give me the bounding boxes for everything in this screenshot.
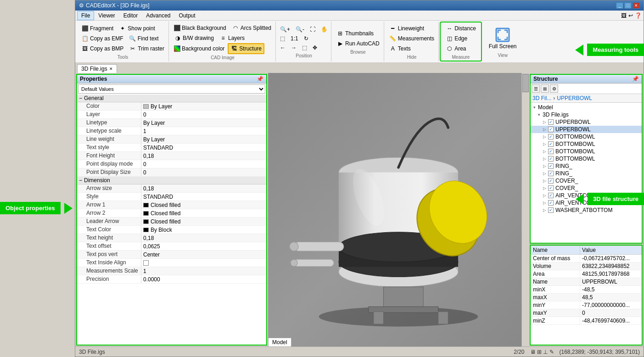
zoom-in-button[interactable]: 🔍+ [278, 25, 292, 34]
measure-group-label: Measure [443, 54, 478, 60]
prop-font-height: Font Height 0,18 [77, 152, 266, 160]
minimize-button[interactable]: _ [616, 2, 623, 9]
close-button[interactable]: ✕ [633, 2, 640, 9]
breadcrumb-separator: › [553, 95, 555, 101]
arcs-splitted-button[interactable]: ◠ Arcs Splitted [230, 23, 274, 33]
structure-pin-icon[interactable]: 📌 [632, 76, 639, 82]
label-5: BOTTOMBOWL [554, 156, 595, 162]
show-point-button[interactable]: ✦ Show point [117, 23, 157, 33]
checkbox-9[interactable]: ✓ [548, 185, 554, 191]
fullscreen-button[interactable]: Full Screen [485, 25, 521, 52]
menu-file[interactable]: File [77, 11, 94, 20]
tree-item-2[interactable]: ▷ ✓ BOTTOMBOWL [531, 133, 642, 140]
struct-grid-view-button[interactable]: ⊞ [541, 84, 549, 93]
rotate-button[interactable]: ↻ [302, 34, 311, 43]
tree-item-file[interactable]: ▾ 3D File.igs [531, 111, 642, 118]
run-autocad-button[interactable]: ▶ Run AutoCAD [334, 39, 382, 49]
menu-advanced[interactable]: Advanced [142, 11, 174, 20]
find-text-button[interactable]: 🔍 Find text [127, 33, 161, 44]
zoom-rect-button[interactable]: ⬚ [278, 34, 287, 43]
trim-raster-icon: ✂ [129, 45, 136, 52]
checkbox-5[interactable]: ✓ [548, 156, 554, 162]
properties-dropdown[interactable]: Default Values [78, 84, 265, 94]
label-12: WASHER_ATBOTTOM [554, 207, 612, 213]
prop-text-pos-vert: Text pos vert Center [77, 251, 266, 259]
checkbox-10[interactable]: ✓ [548, 193, 554, 198]
structure-tree: ▾ Model ▾ 3D File.igs ▷ ✓ UPP [531, 103, 642, 243]
struct-settings-button[interactable]: ⚙ [550, 84, 558, 93]
layers-button[interactable]: ≡ Layers [217, 33, 247, 43]
zoom-out-button[interactable]: 🔍- [293, 25, 307, 34]
tree-item-6[interactable]: ▷ ✓ RING_ [531, 162, 642, 170]
menu-editor[interactable]: Editor [119, 11, 142, 20]
checkbox-0[interactable]: ✓ [548, 119, 554, 125]
show-point-label: Show point [128, 25, 155, 32]
checkbox-11[interactable]: ✓ [548, 200, 554, 206]
tree-item-4[interactable]: ▷ ✓ BOTTOMBOWL [531, 148, 642, 155]
zoom-100-button[interactable]: 1:1 [288, 34, 301, 43]
tree-item-12[interactable]: ▷ ✓ WASHER_ATBOTTOM [531, 206, 642, 214]
background-color-button[interactable]: Background color [172, 44, 227, 53]
viewport-scrollbar-right[interactable] [521, 73, 529, 346]
tab-close-icon[interactable]: ✕ [109, 67, 113, 71]
checkbox-7[interactable]: ✓ [548, 171, 554, 176]
tree-item-5[interactable]: ▷ ✓ BOTTOMBOWL [531, 155, 642, 162]
tab-3d-file[interactable]: 3D File.igs ✕ [77, 64, 117, 73]
tree-item-9[interactable]: ▷ ✓ COVER_ [531, 184, 642, 192]
menu-icon2[interactable]: ↩ [628, 12, 633, 19]
checkbox-6[interactable]: ✓ [548, 163, 554, 169]
pan-right-button[interactable]: → [289, 43, 299, 52]
model-tab[interactable]: Model [268, 338, 291, 346]
menu-viewer[interactable]: Viewer [94, 11, 119, 20]
tree-item-8[interactable]: ▷ ✓ COVER_ [531, 177, 642, 184]
arrow2-swatch [143, 211, 149, 216]
viewport-scrollbar-thumb[interactable] [522, 74, 529, 92]
struct-list-view-button[interactable]: ☰ [532, 84, 540, 93]
move-button[interactable]: ✥ [310, 43, 319, 52]
lineweight-button[interactable]: ━ Lineweight [387, 23, 426, 33]
collapse-dimension-icon[interactable]: − [79, 177, 82, 184]
edge-button[interactable]: ◫ Edge [443, 33, 470, 44]
breadcrumb-3d-file[interactable]: 3D Fil... [532, 95, 551, 101]
checkbox-4[interactable]: ✓ [548, 149, 554, 154]
bw-drawing-button[interactable]: ◑ B/W drawing [172, 33, 216, 43]
properties-pin-icon[interactable]: 📌 [257, 76, 263, 82]
checkbox-2[interactable]: ✓ [548, 134, 554, 139]
checkbox-12[interactable]: ✓ [548, 207, 554, 213]
zoom-fit-button[interactable]: ⛶ [308, 25, 318, 34]
structure-button[interactable]: 🏗 Structure [228, 43, 264, 54]
area-name: Area [531, 270, 580, 278]
prop-text-style-value: STANDARD [141, 144, 266, 151]
copy-emf-label: Copy as EMF [90, 35, 123, 42]
menu-icon1[interactable]: 🖼 [621, 12, 627, 19]
menu-output[interactable]: Output [175, 11, 200, 20]
tree-item-1[interactable]: ▷ ✓ UPPERBOWL [531, 126, 642, 133]
checkbox-1[interactable]: ✓ [548, 127, 554, 132]
breadcrumb-upperbowl[interactable]: UPPERBOWL [557, 95, 592, 101]
tree-item-3[interactable]: ▷ ✓ BOTTOMBOWL [531, 140, 642, 148]
menu-help[interactable]: ❓ [635, 12, 642, 19]
tree-item-model[interactable]: ▾ Model [531, 104, 642, 111]
area-button[interactable]: ⬡ Area [443, 44, 468, 54]
collapse-general-icon[interactable]: − [79, 95, 82, 101]
copy-bmp-button[interactable]: 🖼 Copy as BMP [79, 44, 126, 54]
checkbox-3[interactable]: ✓ [548, 141, 554, 147]
tree-item-7[interactable]: ▷ ✓ RING_ [531, 170, 642, 177]
fragment-button[interactable]: ⬛ Fragment [79, 23, 116, 33]
copy-emf-button[interactable]: 📋 Copy as EMF [79, 33, 126, 44]
texts-button[interactable]: A Texts [387, 44, 413, 54]
text-inside-align-checkbox[interactable] [143, 260, 149, 266]
select-button[interactable]: ⬚ [300, 43, 309, 52]
distance-button[interactable]: ↔ Distance [443, 23, 478, 33]
tree-item-0[interactable]: ▷ ✓ UPPERBOWL [531, 118, 642, 126]
restore-button[interactable]: □ [624, 2, 632, 9]
measurements-button[interactable]: 📏 Measurements [387, 33, 437, 44]
viewport[interactable]: Model [268, 73, 529, 346]
black-background-button[interactable]: Black Background [172, 23, 229, 33]
thumbnails-button[interactable]: ⊞ Thumbnails [334, 28, 376, 39]
toolbar-browse-group: ⊞ Thumbnails ▶ Run AutoCAD Browse [332, 22, 384, 61]
trim-raster-button[interactable]: ✂ Trim raster [127, 44, 167, 54]
pan-left-button[interactable]: ← [278, 43, 288, 52]
hand-tool-button[interactable]: ✋ [319, 25, 330, 34]
checkbox-8[interactable]: ✓ [548, 178, 554, 184]
